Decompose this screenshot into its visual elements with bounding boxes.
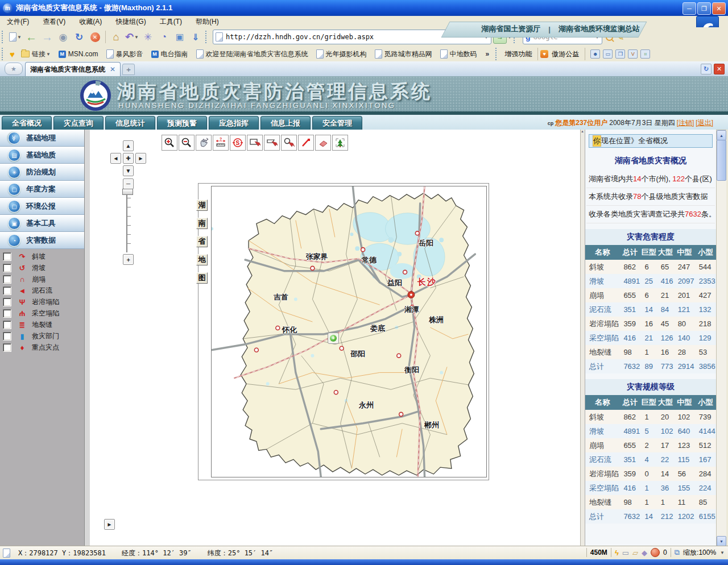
menu-item[interactable]: 收藏(A) [72,16,109,28]
scrollbar-thumb[interactable] [717,140,726,181]
sidebar-module[interactable]: ✳防治规划 [0,164,84,181]
links-item[interactable]: M电台指南 [151,49,188,59]
resize-page-icon[interactable]: ⧉ [675,548,680,557]
boost-lightning-icon[interactable]: ϟ [615,549,619,557]
skin-icon[interactable]: ☻ [590,49,600,59]
scroll-down-button[interactable]: ▼ [717,536,726,546]
new-tab-button[interactable]: ＋ [122,64,135,75]
links-item[interactable]: 链接▼ [21,49,51,59]
eraser-tool[interactable] [315,135,331,151]
scale-tool[interactable]: S [230,135,246,151]
maximize-button[interactable]: ❐ [697,2,711,15]
history-clock-button[interactable]: ◔ [156,30,171,44]
minimize-button[interactable]: ─ [682,2,696,15]
pan-left-button[interactable]: ◄ [110,153,121,164]
draw-line-tool[interactable] [298,135,314,151]
zoom-out-step-button[interactable]: ─ [123,178,134,189]
nav-tab-1[interactable]: 全省概况 [2,116,52,130]
notification-icon[interactable] [651,548,660,557]
sidebar-module[interactable]: ▢年度方案 [0,181,84,198]
menu-item[interactable]: 工具(T) [153,16,189,28]
nav-tab-7[interactable]: 安全管理 [312,116,362,130]
tab-close-icon[interactable]: ✕ [110,65,115,73]
linksbar-grip[interactable] [2,48,6,60]
sidebar-module[interactable]: ◔灾害数据 [0,232,84,249]
menu-item[interactable]: 文件(F) [0,16,36,28]
tab-refresh-button[interactable]: ↻ [701,64,712,74]
paint-icon[interactable]: V [628,49,638,59]
window-split-button[interactable]: ▣ [172,30,187,44]
menu-item[interactable]: 帮助(H) [189,16,226,28]
full-extent-tool[interactable] [332,135,348,151]
layer-checkbox[interactable] [3,343,11,352]
layer-checkbox[interactable] [3,309,11,318]
nav-tab-4[interactable]: 预测预警 [157,116,207,130]
layer-checkbox[interactable] [3,286,11,295]
layer-checkbox[interactable] [3,252,11,261]
nav-tab-2[interactable]: 灾点查询 [53,116,104,130]
logout-link[interactable]: [注销] [677,118,694,128]
layer-checkbox[interactable] [3,332,11,340]
nav-tab-5[interactable]: 应急指挥 [209,116,259,130]
select-polygon-tool[interactable] [264,135,280,151]
menu-item[interactable]: 查看(V) [36,16,72,28]
new-page-button[interactable]: ▼ [8,30,23,44]
stop-button[interactable]: ✕ [88,30,102,44]
links-item[interactable]: 欢迎登陆湖南省地质灾害信息系统 [196,49,308,59]
history-dropdown-button[interactable]: ◉ [56,30,71,44]
tab-close-all-button[interactable]: ✕ [714,64,725,74]
home-button[interactable]: ⌂ [109,30,123,44]
pan-down-button[interactable]: ▼ [123,165,134,176]
toolbar-grip[interactable] [205,31,209,43]
layer-checkbox[interactable] [3,264,11,272]
pan-up-button[interactable]: ▲ [123,140,134,151]
tab-active[interactable]: 湖南省地质灾害信息系统 ✕ [25,62,121,76]
zoom-slider-handle[interactable] [122,189,133,195]
map-marker[interactable]: + [328,333,339,344]
select-circle-tool[interactable] [281,135,297,151]
sidebar-module[interactable]: ▣基本工具 [0,215,84,232]
pan-center-button[interactable]: ✚ [123,153,134,164]
pan-tool[interactable] [196,135,212,151]
links-dropdown-icon[interactable]: ▼ [46,52,51,57]
layer-checkbox[interactable] [3,298,11,306]
layer-checkbox[interactable] [3,275,11,284]
zoom-level[interactable]: 缩放:100% [683,548,716,558]
maxthon-charity-link[interactable]: 傲游公益 [552,49,579,59]
magic-wand-button[interactable]: ✳ [140,30,155,44]
forward-button[interactable]: → [40,30,55,44]
exit-link[interactable]: [退出] [696,118,713,128]
undo-button[interactable]: ↶▼ [125,30,139,44]
nav-tab-6[interactable]: 信息上报 [260,116,311,130]
links-more-chevron[interactable]: » [486,50,490,58]
zoom-out-tool[interactable] [179,135,195,151]
refresh-button[interactable]: ↻ [72,30,86,44]
links-item[interactable]: 觅路城市精品网 [375,49,432,59]
proxy-icon[interactable]: ▭ [622,549,629,557]
back-button[interactable]: ← [24,30,39,44]
layer-checkbox[interactable] [3,321,11,329]
zoom-in-step-button[interactable]: ＋ [123,254,134,265]
select-rect-tool[interactable] [247,135,263,151]
pan-right-button[interactable]: ► [135,153,146,164]
links-item[interactable]: 光年摄影机构 [316,49,367,59]
build-icon[interactable]: ⌗ [640,49,650,59]
menu-item[interactable]: 快捷组(G) [109,16,152,28]
sidebar-module[interactable]: ▤基础地质 [0,147,84,164]
zoom-dropdown-icon[interactable]: ▼ [720,550,725,555]
close-button[interactable]: ✕ [712,2,726,15]
window-icon[interactable]: ▭ [603,49,613,59]
plugin-icon[interactable]: ◆ [642,549,647,557]
measure-distance-tool[interactable]: ? [213,135,229,151]
sidebar-module[interactable]: ≫基础地理 [0,130,84,147]
links-item[interactable]: 暴风影音 [106,49,143,59]
vertical-scrollbar[interactable]: ▲ ▼ [716,130,727,547]
popup-blocker-icon[interactable]: ▱ [632,549,638,557]
notes-icon[interactable]: ❒ [615,49,625,59]
map-canvas[interactable]: 张家界常德岳阳益阳长沙吉首湘潭株洲怀化娄底邵阳衡阳永州郴州 + [211,186,487,477]
linksbar-grip[interactable] [495,48,499,60]
tab-list-star-button[interactable]: ★ [5,63,23,75]
links-item[interactable]: MMSN.com [59,50,98,58]
expand-right-button[interactable]: ► [104,519,115,530]
nav-tab-3[interactable]: 信息统计 [105,116,155,130]
